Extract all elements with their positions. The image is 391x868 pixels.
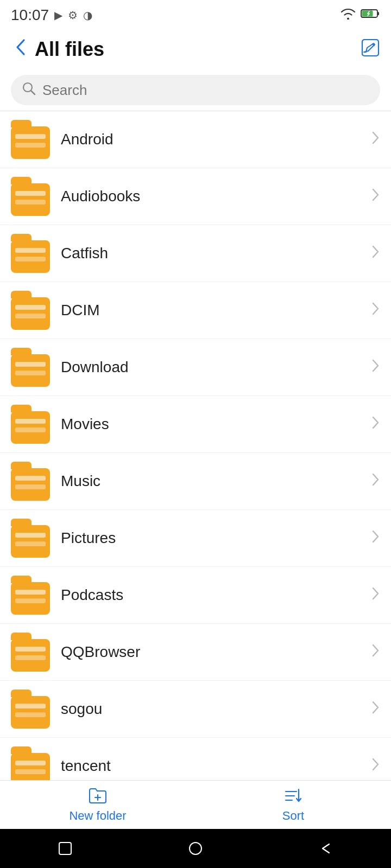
chevron-right-icon bbox=[370, 472, 380, 491]
folder-icon-wrap bbox=[11, 690, 50, 729]
data-saver-icon: ◑ bbox=[83, 9, 92, 22]
search-bar[interactable] bbox=[11, 75, 380, 105]
folder-name: tencent bbox=[61, 757, 370, 775]
folder-name: sogou bbox=[61, 700, 370, 718]
chevron-right-icon bbox=[370, 643, 380, 662]
folder-item[interactable]: Download bbox=[0, 339, 391, 396]
svg-rect-6 bbox=[362, 40, 379, 56]
chevron-right-icon bbox=[370, 415, 380, 434]
folder-icon-wrap bbox=[11, 120, 50, 159]
folder-name: Catfish bbox=[61, 245, 370, 262]
folder-name: Movies bbox=[61, 416, 370, 433]
status-right bbox=[340, 8, 380, 23]
folder-name: Music bbox=[61, 473, 370, 490]
search-input[interactable] bbox=[42, 82, 369, 99]
svg-line-8 bbox=[31, 91, 35, 94]
folder-name: DCIM bbox=[61, 302, 370, 319]
nav-back-button[interactable] bbox=[302, 835, 350, 861]
folder-icon-wrap bbox=[11, 234, 50, 273]
folder-name: Audiobooks bbox=[61, 188, 370, 205]
folder-icon-wrap bbox=[11, 519, 50, 558]
new-folder-icon bbox=[88, 786, 108, 806]
svg-rect-1 bbox=[377, 12, 379, 15]
folder-item[interactable]: sogou bbox=[0, 681, 391, 738]
folder-icon-wrap bbox=[11, 348, 50, 387]
header-left: All files bbox=[11, 35, 104, 64]
folder-name: Pictures bbox=[61, 529, 370, 547]
folder-icon-wrap bbox=[11, 177, 50, 216]
svg-point-15 bbox=[190, 843, 201, 854]
folder-icon-wrap bbox=[11, 291, 50, 330]
chevron-right-icon bbox=[370, 586, 380, 605]
sort-button[interactable]: Sort bbox=[255, 786, 331, 823]
status-bar: 10:07 ▶ ⚙ ◑ bbox=[0, 0, 391, 28]
chevron-right-icon bbox=[370, 529, 380, 548]
folder-item[interactable]: Catfish bbox=[0, 225, 391, 282]
folder-item[interactable]: Music bbox=[0, 453, 391, 510]
svg-rect-14 bbox=[59, 843, 71, 854]
search-icon bbox=[22, 81, 36, 99]
folder-name: Podcasts bbox=[61, 586, 370, 604]
battery-icon bbox=[361, 8, 380, 22]
folder-item[interactable]: Podcasts bbox=[0, 567, 391, 624]
edit-button[interactable] bbox=[361, 38, 380, 61]
folder-item[interactable]: QQBrowser bbox=[0, 624, 391, 681]
folder-name: QQBrowser bbox=[61, 643, 370, 661]
chevron-right-icon bbox=[370, 130, 380, 149]
status-left: 10:07 ▶ ⚙ ◑ bbox=[11, 7, 92, 24]
page-header: All files bbox=[0, 28, 391, 72]
chevron-right-icon bbox=[370, 301, 380, 320]
folder-icon-wrap bbox=[11, 462, 50, 501]
chevron-right-icon bbox=[370, 187, 380, 206]
settings-icon: ⚙ bbox=[68, 9, 78, 22]
folder-icon-wrap bbox=[11, 633, 50, 672]
file-list: Android Audiobooks Catfish bbox=[0, 111, 391, 795]
nav-recents-button[interactable] bbox=[41, 835, 89, 861]
folder-icon-wrap bbox=[11, 405, 50, 444]
sort-icon bbox=[283, 786, 303, 806]
bottom-toolbar: New folder Sort bbox=[0, 780, 391, 829]
folder-item[interactable]: Android bbox=[0, 111, 391, 168]
nav-bar bbox=[0, 829, 391, 868]
folder-item[interactable]: Audiobooks bbox=[0, 168, 391, 225]
page-title: All files bbox=[35, 38, 104, 61]
nav-home-button[interactable] bbox=[172, 835, 219, 861]
new-folder-button[interactable]: New folder bbox=[60, 786, 136, 823]
folder-name: Android bbox=[61, 131, 370, 148]
chevron-right-icon bbox=[370, 358, 380, 377]
chevron-right-icon bbox=[370, 757, 380, 776]
back-button[interactable] bbox=[11, 35, 30, 64]
wifi-icon bbox=[340, 8, 356, 23]
play-icon: ▶ bbox=[54, 9, 62, 22]
chevron-right-icon bbox=[370, 244, 380, 263]
search-container bbox=[0, 72, 391, 111]
folder-item[interactable]: DCIM bbox=[0, 282, 391, 339]
folder-item[interactable]: Movies bbox=[0, 396, 391, 453]
status-time: 10:07 bbox=[11, 7, 49, 24]
sort-label: Sort bbox=[282, 809, 304, 823]
folder-icon-wrap bbox=[11, 576, 50, 615]
folder-name: Download bbox=[61, 359, 370, 376]
chevron-right-icon bbox=[370, 700, 380, 719]
new-folder-label: New folder bbox=[69, 809, 126, 823]
folder-item[interactable]: Pictures bbox=[0, 510, 391, 567]
